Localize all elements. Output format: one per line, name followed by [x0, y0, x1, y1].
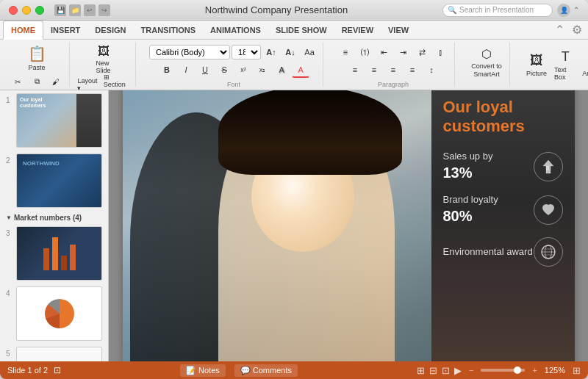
slide-info-text: Slide 1 of 2 — [7, 366, 48, 375]
comments-button[interactable]: 💬 Comments — [234, 364, 298, 377]
font-color-button[interactable]: A — [292, 62, 309, 78]
decrease-font-button[interactable]: A↓ — [282, 44, 299, 60]
slide-canvas[interactable]: Our loyal customers Sales up by 13% $ — [123, 90, 575, 361]
strikethrough-button[interactable]: S — [215, 62, 233, 78]
fit-page-icon[interactable]: ⊡ — [54, 365, 61, 375]
smartart-group: ⬡ Convert toSmartArt — [464, 43, 510, 87]
columns-button[interactable]: ⫿ — [432, 44, 450, 60]
new-slide-button[interactable]: 🖼 NewSlide — [90, 44, 117, 75]
maximize-button[interactable] — [35, 6, 44, 15]
align-center-button[interactable]: ≡ — [365, 62, 383, 78]
canvas-area: Our loyal customers Sales up by 13% $ — [109, 90, 588, 361]
superscript-button[interactable]: x² — [234, 62, 252, 78]
convert-smartart-button[interactable]: ⬡ Convert toSmartArt — [468, 44, 505, 81]
zoom-slider[interactable] — [481, 369, 525, 372]
tab-review[interactable]: REVIEW — [334, 21, 381, 40]
new-slide-icon: 🖼 — [98, 45, 110, 58]
slide-thumb-3[interactable]: 3 — [0, 223, 108, 284]
underline-button[interactable]: U — [196, 62, 214, 78]
notes-button[interactable]: 📝 Notes — [180, 364, 226, 377]
tab-animations[interactable]: ANIMATIONS — [203, 21, 268, 40]
bold-button[interactable]: B — [158, 62, 176, 78]
justify-button[interactable]: ≡ — [404, 62, 421, 78]
thumb-content-3 — [17, 227, 101, 280]
notes-icon: 📝 — [186, 366, 196, 375]
comment-icon: 💬 — [240, 366, 251, 375]
bar3 — [61, 256, 67, 270]
slide-num-5: 5 — [6, 347, 16, 358]
tab-view[interactable]: VIEW — [381, 21, 416, 40]
slide-thumb-5[interactable]: 5 — [0, 344, 108, 361]
text-direction-button[interactable]: ⇄ — [413, 44, 431, 60]
comments-label: Comments — [253, 366, 292, 375]
user-icon[interactable]: 👤 — [557, 4, 570, 17]
stat2-text: Brand loyalty 80% — [443, 194, 498, 225]
slide-num-4: 4 — [6, 286, 16, 297]
stat3-text: Environmental award — [443, 246, 533, 259]
save-icon[interactable]: 💾 — [54, 4, 66, 16]
close-button[interactable] — [9, 6, 18, 15]
bar4 — [70, 245, 76, 270]
fit-zoom-icon[interactable]: ⊞ — [573, 365, 581, 376]
format-painter-button[interactable]: 🖌 — [47, 73, 65, 90]
tab-design[interactable]: DESIGN — [87, 21, 133, 40]
redo-icon[interactable]: ↪ — [98, 4, 110, 16]
search-box[interactable]: 🔍 Search in Presentation — [442, 4, 553, 17]
stat2-label: Brand loyalty — [443, 194, 498, 205]
textbox-button[interactable]: T Text Box — [551, 48, 579, 81]
folder-icon[interactable]: 📁 — [69, 4, 81, 16]
copy-button[interactable]: ⧉ — [28, 73, 46, 90]
align-left-button[interactable]: ≡ — [346, 62, 364, 78]
slide-info-panel: Our loyal customers Sales up by 13% $ — [431, 90, 575, 361]
slide-thumb-4[interactable]: 4 — [0, 284, 108, 344]
slide-title: Our loyal customers — [443, 98, 563, 137]
indent-less-button[interactable]: ⇤ — [375, 44, 392, 60]
dollar-icon: $ — [534, 152, 563, 181]
stat1-text: Sales up by 13% — [443, 151, 493, 182]
cut-button[interactable]: ✂ — [9, 73, 26, 90]
arrange-button[interactable]: ⧉ Arrange — [581, 48, 588, 81]
zoom-plus-icon[interactable]: + — [532, 366, 537, 375]
ribbon-tab-bar: HOME INSERT DESIGN TRANSITIONS ANIMATION… — [0, 21, 588, 40]
picture-icon: 🖼 — [530, 53, 543, 68]
zoom-minus-icon[interactable]: − — [469, 366, 473, 375]
clear-format-button[interactable]: Aa — [301, 44, 318, 60]
reading-view-icon[interactable]: ⊡ — [442, 365, 450, 376]
status-center: 📝 Notes 💬 Comments — [61, 364, 417, 377]
tab-home[interactable]: HOME — [3, 21, 43, 40]
line-spacing-button[interactable]: ↕ — [423, 62, 440, 78]
tab-transitions[interactable]: TRANSITIONS — [134, 21, 204, 40]
collapse-ribbon-icon[interactable]: ⌃ — [551, 23, 569, 37]
thumb-text-1: Our loyalcustomers — [20, 97, 72, 109]
tab-slideshow[interactable]: SLIDE SHOW — [268, 21, 334, 40]
slide-thumb-1[interactable]: 1 Our loyalcustomers — [0, 90, 108, 151]
thumb-bars-3 — [43, 237, 76, 270]
italic-button[interactable]: I — [177, 62, 195, 78]
stat2-value: 80% — [443, 206, 498, 225]
expand-icon[interactable]: ⌃ — [573, 6, 579, 14]
title-bar: 💾 📁 ↩ ↪ Northwind Company Presentation 🔍… — [0, 0, 588, 21]
tab-insert[interactable]: INSERT — [43, 21, 87, 40]
font-size-select[interactable]: 18 — [232, 45, 261, 59]
slide-thumb-2[interactable]: 2 NORTHWIND — [0, 151, 108, 211]
slideshow-icon[interactable]: ▶ — [454, 365, 462, 376]
undo-icon[interactable]: ↩ — [84, 4, 96, 16]
minimize-button[interactable] — [22, 6, 31, 15]
font-family-select[interactable]: Calibri (Body) — [149, 45, 230, 59]
normal-view-icon[interactable]: ⊞ — [417, 365, 425, 376]
indent-more-button[interactable]: ⇥ — [394, 44, 412, 60]
increase-font-button[interactable]: A↑ — [262, 44, 280, 60]
slide-num-3: 3 — [6, 226, 16, 237]
main-area: 1 Our loyalcustomers 2 NORTHWIND ▼ — [0, 90, 588, 361]
bullets-button[interactable]: ≡ — [337, 44, 354, 60]
font-shadow-button[interactable]: A — [273, 62, 290, 78]
status-left: Slide 1 of 2 ⊡ — [7, 365, 61, 375]
picture-button[interactable]: 🖼 Picture — [523, 48, 550, 81]
align-right-button[interactable]: ≡ — [384, 62, 402, 78]
slide-preview-1: Our loyalcustomers — [16, 93, 102, 148]
paste-button[interactable]: 📋 Paste — [24, 44, 50, 72]
ribbon-options-icon[interactable]: ⚙ — [569, 23, 585, 37]
numbering-button[interactable]: ⑴ — [356, 44, 373, 60]
slide-sorter-icon[interactable]: ⊟ — [429, 365, 437, 376]
subscript-button[interactable]: x₂ — [254, 62, 271, 78]
